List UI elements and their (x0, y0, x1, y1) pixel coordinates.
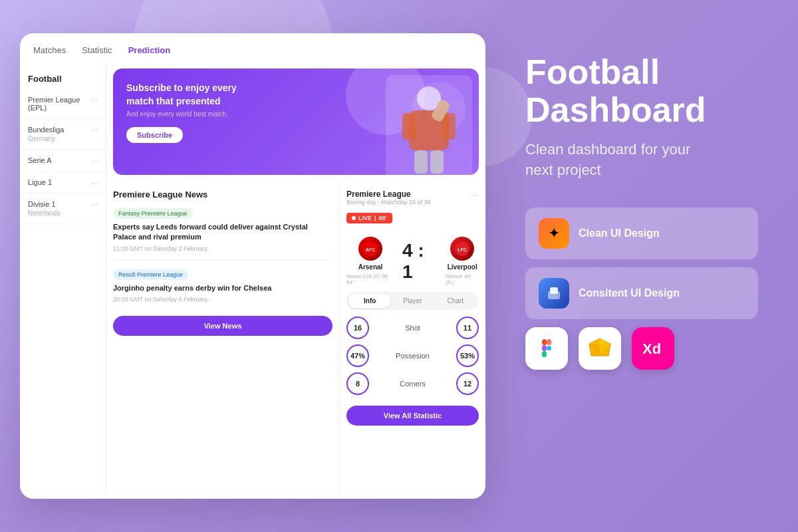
svg-rect-16 (542, 351, 547, 357)
news-tag-result: Result Premiere League (113, 269, 188, 280)
home-team-name: Arsenal (358, 263, 383, 271)
svg-rect-3 (442, 113, 456, 140)
sidebar-item-divisie1[interactable]: ··· Divisie 1 Neterlands (20, 194, 106, 224)
live-dot-icon (352, 216, 356, 220)
news-date-2: 20:00 GMT on Saturday 4 February. (113, 296, 332, 303)
svg-rect-4 (414, 150, 428, 174)
match-info: Boxing day - Matchday 16 of 38 (346, 199, 479, 205)
feature-card-clean-ui: ✦ Clean UI Design (525, 207, 758, 259)
left-sidebar: Football ··· Premier League (EPL) ··· Bu… (20, 62, 106, 494)
nav-item-prediction[interactable]: Prediction (128, 45, 171, 55)
sidebar-item-epl[interactable]: ··· Premier League (EPL) (20, 89, 106, 119)
possession-label: Possesion (396, 352, 430, 360)
live-label: LIVE (358, 215, 372, 221)
shot-home-circle: 16 (346, 317, 369, 339)
corners-home-circle: 8 (346, 372, 369, 395)
svg-rect-15 (542, 345, 547, 351)
home-score: 4 (402, 240, 413, 261)
home-team: AFC Arsenal Mesut Ozil 20' 00' 64' (346, 237, 394, 285)
possession-home-circle: 47% (346, 344, 369, 367)
nav: Matches Statistic Prediction (20, 33, 485, 62)
sidebar-item-ligue1-name: Ligue 1 (28, 178, 98, 186)
right-info-panel: FootballDashboard Clean dashboard for yo… (525, 53, 758, 370)
away-team-name: Liverpool (448, 263, 477, 271)
liverpool-crest-icon: LFC (450, 237, 474, 261)
home-team-scorer: Mesut Ozil 20' 00' 64' (346, 273, 394, 285)
consistent-ui-icon (539, 278, 569, 309)
news-tag-fantasy: Fantasy Premiere League (113, 208, 193, 219)
view-all-statistic-button[interactable]: View All Statistic (346, 406, 479, 426)
feature-card-consistent-ui: Consitent UI Design (525, 267, 758, 319)
sidebar-item-bundesliga[interactable]: ··· Bundesliga Germany (20, 119, 106, 150)
bottom-sections: Premiere League News Fantasy Premiere Le… (106, 182, 485, 494)
nav-item-statistic[interactable]: Statistic (82, 45, 112, 55)
sidebar-item-epl-dots[interactable]: ··· (91, 96, 98, 105)
live-badge: LIVE | 88' (346, 213, 392, 223)
sidebar-item-divisie1-name: Divisie 1 (28, 200, 98, 208)
hero-banner: Subscribe to enjoy every match that pres… (113, 68, 479, 175)
news-date-1: 11:00 GMT on Saturday 2 February. (113, 245, 332, 252)
stat-tab-player[interactable]: Player (391, 294, 434, 308)
sidebar-item-divisie1-sub: Neterlands (28, 209, 98, 217)
sidebar-item-serie-a[interactable]: ··· Serie A (20, 150, 106, 172)
shot-label: Shot (405, 324, 420, 332)
news-divider (113, 260, 332, 261)
news-section: Premiere League News Fantasy Premiere Le… (106, 182, 339, 494)
sidebar-title: Football (20, 68, 106, 89)
adobe-xd-icon: Xd (632, 327, 674, 370)
news-title-1: Experts say Leeds forward could deliver … (113, 222, 332, 243)
sidebar-item-bundesliga-dots[interactable]: ··· (91, 126, 98, 135)
sidebar-item-bundesliga-name: Bundesliga (28, 126, 98, 134)
hero-title: Subscribe to enjoy every match that pres… (126, 82, 259, 108)
possession-away-circle: 53% (456, 344, 479, 367)
away-score: 1 (402, 261, 413, 282)
figma-icon (525, 327, 568, 370)
match-league: Premiere League (346, 190, 479, 199)
live-time-value: 88' (379, 215, 387, 221)
sidebar-item-divisie1-dots[interactable]: ··· (91, 200, 98, 209)
svg-rect-5 (430, 150, 444, 174)
view-news-button[interactable]: View News (113, 316, 332, 336)
news-title-2: Jorginho penalty earns derby win for Che… (113, 283, 332, 293)
svg-text:AFC: AFC (366, 247, 375, 252)
content-area: Football ··· Premier League (EPL) ··· Bu… (20, 62, 485, 494)
live-time: | (374, 215, 376, 221)
main-content: Subscribe to enjoy every match that pres… (106, 62, 485, 494)
score-row: AFC Arsenal Mesut Ozil 20' 00' 64' 4 : 1 (346, 237, 479, 285)
away-team: LFC Liverpool Misson 40' (P.) (446, 237, 479, 285)
app-icons-row: Xd (525, 327, 758, 370)
away-team-scorer: Misson 40' (P.) (446, 273, 479, 285)
sidebar-item-serie-a-dots[interactable]: ··· (91, 156, 98, 166)
match-header: ··· Premiere League Boxing day - Matchda… (346, 190, 479, 205)
nav-item-matches[interactable]: Matches (33, 45, 66, 55)
score-display: 4 : 1 (402, 240, 438, 283)
svg-text:LFC: LFC (458, 247, 467, 252)
news-article-1: Fantasy Premiere League Experts say Leed… (113, 206, 332, 252)
stat-row-corners: 8 Corners 12 (346, 372, 479, 395)
main-subtitle: Clean dashboard for yournext project (525, 140, 758, 181)
svg-rect-2 (402, 113, 416, 140)
consistent-ui-label: Consitent UI Design (579, 287, 680, 299)
corners-label: Corners (400, 380, 426, 388)
sidebar-item-epl-name: Premier League (EPL) (28, 96, 98, 112)
stat-row-possession: 47% Possesion 53% (346, 344, 479, 367)
corners-away-circle: 12 (456, 372, 479, 395)
dashboard-card: Matches Statistic Prediction Football ··… (20, 33, 485, 499)
sidebar-item-bundesliga-sub: Germany (28, 135, 98, 142)
hero-subscribe-button[interactable]: Subscribe (126, 127, 183, 143)
sidebar-item-ligue1-dots[interactable]: ··· (91, 178, 98, 188)
clean-ui-label: Clean UI Design (579, 227, 660, 239)
svg-rect-14 (547, 339, 551, 345)
svg-text:Xd: Xd (642, 340, 661, 357)
stat-tab-info[interactable]: Info (348, 294, 391, 308)
svg-point-17 (547, 346, 551, 350)
score-separator: : (418, 240, 424, 261)
stat-tab-chart[interactable]: Chart (434, 294, 477, 308)
hero-player-figure (386, 75, 472, 175)
sketch-icon (579, 327, 621, 370)
sidebar-item-ligue1[interactable]: ··· Ligue 1 (20, 172, 106, 194)
arsenal-crest-icon: AFC (358, 237, 382, 261)
match-dots[interactable]: ··· (471, 190, 479, 200)
stat-row-shot: 16 Shot 11 (346, 317, 479, 339)
clean-ui-icon: ✦ (539, 218, 569, 249)
